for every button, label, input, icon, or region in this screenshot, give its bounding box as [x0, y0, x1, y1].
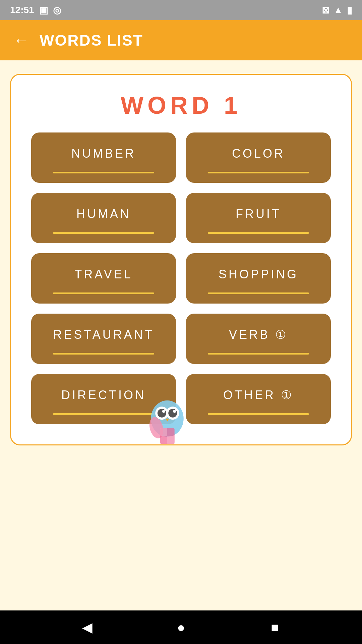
- bottom-navigation: ◀ ● ■: [0, 610, 362, 644]
- word-label-fruit: FRUIT: [236, 207, 281, 221]
- word-button-fruit[interactable]: FRUIT: [186, 193, 331, 243]
- signal-icon: ▲: [334, 5, 343, 15]
- word-label-travel: TRAVEL: [74, 267, 132, 281]
- word-label-human: HUMAN: [76, 207, 131, 221]
- word-section-title: WORD 1: [121, 92, 241, 119]
- nav-back-button[interactable]: ◀: [74, 614, 101, 641]
- word-button-other[interactable]: OTHER ①: [186, 374, 331, 424]
- word-button-direction[interactable]: DIRECTION: [31, 374, 176, 424]
- word-label-verb: VERB ①: [229, 328, 288, 342]
- nav-home-button[interactable]: ●: [168, 614, 194, 641]
- underline-travel: [53, 292, 154, 294]
- underline-verb: [208, 353, 309, 355]
- battery-icon: ▮: [347, 5, 352, 16]
- word-button-travel[interactable]: TRAVEL: [31, 253, 176, 304]
- header: ← WORDS LIST: [0, 20, 362, 60]
- word-label-color: COLOR: [232, 147, 285, 161]
- underline-color: [208, 172, 309, 173]
- status-left: 12:51 ▣ ◎: [10, 5, 61, 16]
- card-wrapper: WORD 1 NUMBER COLOR HUMAN: [10, 74, 352, 445]
- word-button-number[interactable]: NUMBER: [31, 132, 176, 183]
- word-button-shopping[interactable]: SHOPPING: [186, 253, 331, 304]
- sim-icon: ▣: [39, 5, 48, 16]
- word-button-human[interactable]: HUMAN: [31, 193, 176, 243]
- underline-number: [53, 172, 154, 173]
- underline-restaurant: [53, 353, 154, 355]
- word-button-restaurant[interactable]: RESTAURANT: [31, 314, 176, 364]
- main-content: WORD 1 NUMBER COLOR HUMAN: [0, 60, 362, 610]
- word-label-shopping: SHOPPING: [219, 267, 298, 281]
- back-button[interactable]: ←: [13, 32, 29, 48]
- status-bar: 12:51 ▣ ◎ ⊠ ▲ ▮: [0, 0, 362, 20]
- underline-other: [208, 413, 309, 415]
- status-right: ⊠ ▲ ▮: [322, 5, 352, 16]
- page-title: WORDS LIST: [40, 31, 143, 49]
- word-label-direction: DIRECTION: [61, 388, 146, 402]
- underline-direction: [53, 413, 154, 415]
- word-label-other: OTHER ①: [223, 388, 294, 402]
- word-button-verb[interactable]: VERB ①: [186, 314, 331, 364]
- word-grid: NUMBER COLOR HUMAN FRUIT: [31, 132, 331, 424]
- underline-human: [53, 232, 154, 234]
- underline-shopping: [208, 292, 309, 294]
- word-card: WORD 1 NUMBER COLOR HUMAN: [10, 74, 352, 445]
- word-button-color[interactable]: COLOR: [186, 132, 331, 183]
- nav-recent-button[interactable]: ■: [261, 614, 288, 641]
- underline-fruit: [208, 232, 309, 234]
- wifi-icon: ⊠: [322, 5, 329, 16]
- word-label-number: NUMBER: [71, 147, 136, 161]
- at-icon: ◎: [53, 5, 61, 16]
- word-label-restaurant: RESTAURANT: [53, 328, 154, 342]
- time: 12:51: [10, 5, 34, 15]
